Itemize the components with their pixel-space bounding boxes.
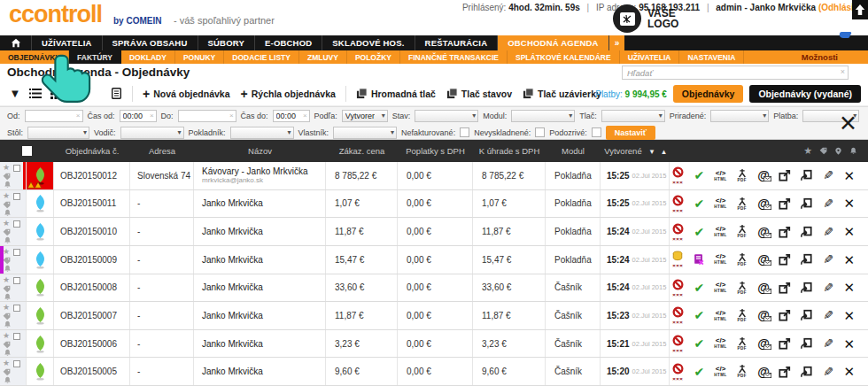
- order-number[interactable]: OBJ20150006: [54, 330, 130, 358]
- confirm-icon[interactable]: ✔: [691, 309, 707, 321]
- row-checkbox[interactable]: [13, 193, 20, 200]
- nav-more-chevron[interactable]: »: [609, 35, 625, 50]
- table-row[interactable]: ★ OBJ20150007 - Janko Mrkvička 11,87 € 0…: [0, 302, 868, 330]
- subnav-zmluvy[interactable]: ZMLUVY: [299, 50, 347, 64]
- bell-icon[interactable]: [4, 209, 12, 218]
- open-icon[interactable]: [777, 169, 793, 181]
- confirm-icon[interactable]: ✔: [691, 226, 707, 238]
- filter-funnel-icon[interactable]: ▼: [6, 85, 24, 103]
- print-closings-button[interactable]: Tlač uzávierky: [523, 88, 601, 99]
- subnav-ponuky[interactable]: PONUKY: [175, 50, 224, 64]
- assigned-select[interactable]: [710, 110, 769, 122]
- module-select[interactable]: [511, 110, 575, 122]
- favorite-star-icon[interactable]: ★: [3, 331, 10, 340]
- table-row[interactable]: ★ OBJ20150011 - Janko Mrkvička 1,07 € 0,…: [0, 190, 868, 219]
- nav-subory[interactable]: SÚBORY: [198, 35, 256, 50]
- copy-icon[interactable]: [798, 226, 814, 238]
- subnav-nastavenia[interactable]: NASTAVENIA: [679, 50, 744, 64]
- html-icon[interactable]: </>HTML: [712, 282, 728, 294]
- email-icon[interactable]: @: [756, 366, 771, 378]
- subnav-dodacie-listy[interactable]: DODACIE LISTY: [224, 50, 299, 64]
- row-checkbox[interactable]: [13, 165, 20, 172]
- print-states-button[interactable]: Tlač stavov: [446, 88, 512, 99]
- row-checkbox[interactable]: [13, 360, 20, 367]
- html-icon[interactable]: </>HTML: [712, 170, 728, 182]
- edit-icon[interactable]: ✎: [820, 253, 836, 266]
- pdf-icon[interactable]: PDF: [734, 252, 750, 267]
- favorite-star-icon[interactable]: ★: [3, 191, 10, 200]
- delete-icon[interactable]: ✕: [841, 197, 857, 210]
- date-from-input[interactable]: [26, 111, 82, 121]
- order-number[interactable]: OBJ20150005: [54, 358, 130, 385]
- subnav-objednavky[interactable]: OBJEDNÁVKY: [0, 50, 69, 64]
- cancel-order-icon[interactable]: ×××: [670, 166, 686, 185]
- open-icon[interactable]: [777, 309, 793, 321]
- open-icon[interactable]: [777, 337, 793, 350]
- search-clear-icon[interactable]: ×: [841, 67, 845, 76]
- email-icon[interactable]: @: [756, 282, 771, 294]
- open-icon[interactable]: [777, 197, 793, 210]
- nav-sprava-obsahu[interactable]: SPRÁVA OBSAHU: [103, 35, 198, 50]
- table-row[interactable]: ★ OBJ20150006 - Janko Mrkvička 3,23 € 0,…: [0, 330, 868, 359]
- driver-select[interactable]: [120, 127, 184, 139]
- table-row[interactable]: ★ OBJ20150012 Slovenská 74 Kávovary - Ja…: [0, 162, 868, 190]
- open-icon[interactable]: [777, 366, 793, 378]
- col-fees[interactable]: Poplatky s DPH: [398, 140, 473, 162]
- sort-desc-icon[interactable]: ▾: [650, 147, 655, 156]
- html-icon[interactable]: </>HTML: [712, 253, 728, 266]
- subnav-faktury[interactable]: FAKTÚRY: [69, 50, 121, 64]
- tab-orders[interactable]: Objednávky: [673, 85, 744, 103]
- nav-obchodna-agenda[interactable]: OBCHODNÁ AGENDA: [498, 35, 608, 50]
- bell-icon[interactable]: [4, 376, 12, 385]
- html-icon[interactable]: </>HTML: [712, 366, 728, 378]
- status-flag-blue[interactable]: [27, 190, 54, 218]
- cancel-order-icon[interactable]: ×××: [670, 278, 686, 297]
- order-number[interactable]: OBJ20150010: [54, 218, 130, 245]
- date-to-input[interactable]: [179, 111, 236, 121]
- email-icon[interactable]: @: [756, 197, 771, 210]
- tab-orders-issued[interactable]: Objednávky (vydané): [749, 85, 861, 103]
- favorite-star-icon[interactable]: ★: [3, 219, 10, 228]
- table-row[interactable]: ★ OBJ20150008 - Janko Mrkvička 33,60 € 0…: [0, 274, 868, 303]
- order-number[interactable]: OBJ20150011: [54, 190, 130, 218]
- row-checkbox[interactable]: [13, 333, 20, 340]
- favorite-star-icon[interactable]: ★: [3, 275, 10, 284]
- bell-icon[interactable]: [4, 236, 12, 245]
- suspicious-checkbox[interactable]: [592, 127, 601, 137]
- home-icon[interactable]: [0, 35, 32, 50]
- list-view-icon[interactable]: [27, 85, 44, 103]
- cancel-order-icon[interactable]: ×××: [670, 194, 686, 213]
- subnav-financne-transakcie[interactable]: FINANČNÉ TRANSAKCIE: [400, 50, 508, 64]
- col-created[interactable]: Vytvorené ▾ ▴: [601, 140, 670, 162]
- copy-icon[interactable]: [798, 253, 814, 266]
- select-all-checkbox[interactable]: [22, 146, 32, 156]
- nav-skladove-hos[interactable]: SKLADOVÉ HOS.: [322, 35, 415, 50]
- new-order-button[interactable]: + Nová objednávka: [143, 87, 230, 101]
- order-number[interactable]: OBJ20150008: [54, 274, 130, 302]
- row-checkbox[interactable]: [13, 220, 20, 228]
- html-icon[interactable]: </>HTML: [712, 310, 728, 322]
- copy-icon[interactable]: [798, 282, 814, 294]
- nav-restauracia[interactable]: REŠTAURÁCIA: [415, 35, 499, 50]
- status-select[interactable]: [415, 110, 478, 122]
- edit-icon[interactable]: ✎: [820, 197, 836, 210]
- bell-icon[interactable]: [849, 147, 857, 155]
- row-checkbox[interactable]: [13, 249, 20, 256]
- sort-asc-icon[interactable]: ▴: [662, 147, 666, 156]
- cancel-order-icon[interactable]: ×××: [670, 334, 686, 353]
- status-flag-green[interactable]: [27, 330, 54, 358]
- delete-icon[interactable]: ✕: [841, 253, 857, 266]
- copy-icon[interactable]: [798, 309, 814, 321]
- confirm-icon[interactable]: ✔: [691, 366, 707, 378]
- pdf-icon[interactable]: PDF: [734, 224, 750, 239]
- cancel-order-icon[interactable]: ×××: [670, 222, 686, 242]
- favorite-star-icon[interactable]: ★: [3, 247, 10, 256]
- edit-icon[interactable]: ✎: [820, 226, 836, 238]
- table-row[interactable]: ★ OBJ20150005 - Janko Mrkvička 9,60 € 0,…: [0, 358, 868, 386]
- pdf-icon[interactable]: PDF: [734, 197, 750, 212]
- copy-icon[interactable]: [798, 337, 814, 350]
- pdf-icon[interactable]: PDF: [734, 364, 750, 379]
- order-number[interactable]: OBJ20150009: [54, 246, 130, 274]
- email-icon[interactable]: @: [756, 337, 771, 350]
- search-input[interactable]: [622, 66, 849, 80]
